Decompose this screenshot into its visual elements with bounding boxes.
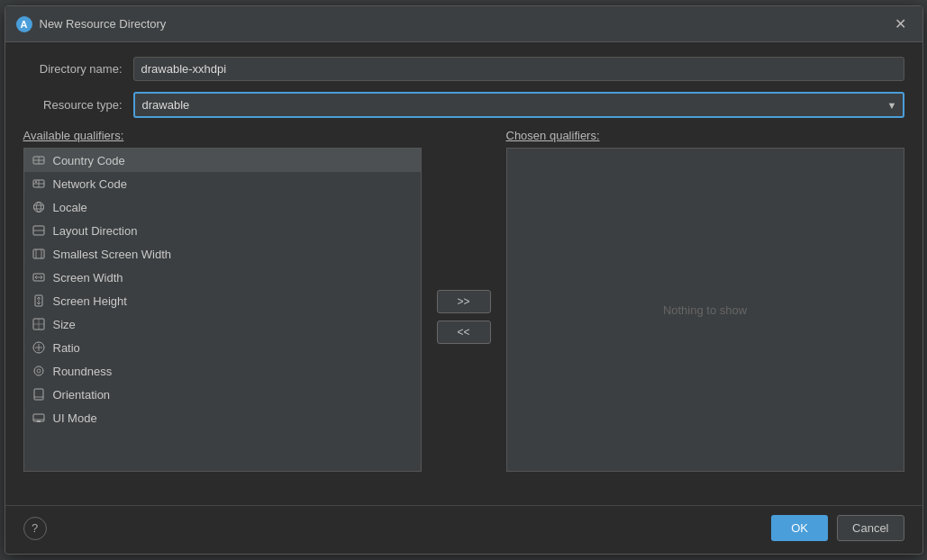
screen-height-icon <box>32 294 46 308</box>
chosen-qualifiers-label: Chosen qualifiers: <box>506 129 904 142</box>
directory-name-input[interactable] <box>133 57 904 81</box>
svg-rect-28 <box>34 389 43 400</box>
dialog-title: New Resource Directory <box>40 17 167 31</box>
remove-qualifier-button[interactable]: << <box>437 321 491 344</box>
qualifiers-section: Available qualifiers: Country Code <box>23 129 904 487</box>
list-item[interactable]: UI Mode <box>24 406 421 429</box>
size-icon <box>32 317 46 331</box>
new-resource-directory-dialog: A New Resource Directory ✕ Directory nam… <box>5 5 923 555</box>
network-code-icon <box>32 176 46 191</box>
list-item[interactable]: Network Code <box>24 172 421 195</box>
list-item[interactable]: Country Code <box>24 149 421 172</box>
list-item[interactable]: Ratio <box>24 336 421 359</box>
qualifier-label: UI Mode <box>53 411 97 425</box>
title-bar: A New Resource Directory ✕ <box>5 6 922 42</box>
svg-point-27 <box>37 369 41 373</box>
add-qualifier-button[interactable]: >> <box>437 290 491 313</box>
qualifier-label: Screen Width <box>53 271 123 285</box>
svg-point-8 <box>36 203 41 212</box>
locale-icon <box>32 200 46 214</box>
list-item[interactable]: Smallest Screen Width <box>24 242 421 266</box>
qualifier-label: Country Code <box>53 154 125 167</box>
screen-width-icon <box>32 270 46 285</box>
dialog-footer: ? OK Cancel <box>5 505 922 554</box>
layout-direction-icon <box>32 223 46 238</box>
footer-buttons: OK Cancel <box>771 515 904 541</box>
qualifier-label: Smallest Screen Width <box>53 248 172 261</box>
directory-name-row: Directory name: <box>23 57 904 81</box>
resource-type-row: Resource type: drawable ▼ <box>23 92 904 118</box>
close-button[interactable]: ✕ <box>889 14 912 34</box>
app-icon: A <box>16 16 32 32</box>
country-code-icon <box>32 153 46 167</box>
resource-type-select-wrapper: drawable ▼ <box>133 92 904 118</box>
qualifier-label: Size <box>53 318 76 331</box>
ok-button[interactable]: OK <box>771 515 828 541</box>
qualifier-label: Roundness <box>53 365 113 378</box>
transfer-buttons-col: >> << <box>432 129 495 487</box>
qualifier-label: Locale <box>53 201 87 214</box>
directory-name-label: Directory name: <box>23 62 123 76</box>
qualifier-label: Orientation <box>53 388 111 402</box>
qualifier-label: Layout Direction <box>53 224 138 238</box>
ui-mode-icon <box>32 411 46 425</box>
available-qualifiers-col: Available qualifiers: Country Code <box>23 129 422 487</box>
svg-point-26 <box>34 366 43 375</box>
roundness-icon <box>32 364 46 378</box>
svg-rect-30 <box>33 414 44 421</box>
list-item[interactable]: Layout Direction <box>24 219 421 242</box>
svg-rect-32 <box>37 420 41 422</box>
ratio-icon <box>32 340 46 355</box>
cancel-button[interactable]: Cancel <box>837 515 904 541</box>
list-item[interactable]: Screen Width <box>24 266 421 289</box>
chosen-qualifiers-panel: Nothing to show <box>506 148 904 472</box>
svg-point-7 <box>33 203 43 212</box>
available-qualifiers-label: Available qualifiers: <box>23 129 422 142</box>
list-item[interactable]: Size <box>24 312 421 336</box>
nothing-to-show-text: Nothing to show <box>663 303 747 317</box>
list-item[interactable]: Roundness <box>24 359 421 383</box>
available-qualifiers-list[interactable]: Country Code Network Code <box>23 148 422 472</box>
orientation-icon <box>32 387 46 402</box>
svg-point-6 <box>35 181 37 183</box>
svg-rect-13 <box>33 249 44 258</box>
resource-type-label: Resource type: <box>23 98 123 112</box>
chosen-qualifiers-col: Chosen qualifiers: Nothing to show <box>506 129 904 487</box>
help-button[interactable]: ? <box>23 517 47 540</box>
qualifier-label: Ratio <box>53 341 80 355</box>
resource-type-select[interactable]: drawable <box>133 92 904 118</box>
qualifier-label: Network Code <box>53 177 127 191</box>
qualifier-label: Screen Height <box>53 294 127 308</box>
smallest-screen-width-icon <box>32 247 46 261</box>
list-item[interactable]: Orientation <box>24 383 421 406</box>
title-bar-left: A New Resource Directory <box>16 16 167 32</box>
list-item[interactable]: Screen Height <box>24 289 421 312</box>
list-item[interactable]: Locale <box>24 195 421 219</box>
dialog-content: Directory name: Resource type: drawable … <box>5 42 922 501</box>
